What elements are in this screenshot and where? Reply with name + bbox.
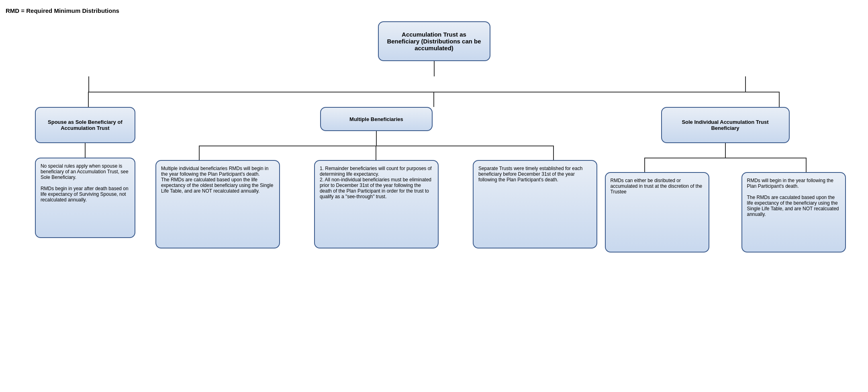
sole-leaf-0: RMDs can either be disributed or accumul… bbox=[605, 172, 709, 252]
multiple-hline-container bbox=[155, 146, 597, 160]
sole-branch: Sole Individual Accumulation Trust Benef… bbox=[605, 107, 846, 252]
spouse-leaves: No special rules apply when spouse is be… bbox=[22, 158, 148, 238]
level1-hconnect-row bbox=[22, 76, 846, 92]
top-hline-row bbox=[22, 92, 846, 107]
sole-top-vline bbox=[745, 76, 746, 92]
sole-hline bbox=[645, 158, 806, 158]
drop-sole bbox=[779, 92, 780, 107]
multiple-branch: Multiple Beneficiaries Multiple individu… bbox=[148, 107, 605, 248]
level1-row: Spouse as Sole Beneficiary of Accumulati… bbox=[22, 107, 846, 252]
spouse-top-vline bbox=[88, 76, 89, 92]
multiple-leaf-0: Multiple individual beneficiaries RMDs w… bbox=[155, 160, 280, 248]
sole-branch-top bbox=[645, 76, 846, 92]
sole-drop-1 bbox=[806, 158, 807, 172]
multi-drop-0 bbox=[199, 146, 200, 160]
multiple-leaves-row: Multiple individual beneficiaries RMDs w… bbox=[155, 160, 597, 248]
tree-container: Accumulation Trust as Beneficiary (Distr… bbox=[4, 21, 864, 252]
page-title: RMD = Required Minimum Distributions bbox=[6, 7, 864, 14]
spouse-leaf-0: No special rules apply when spouse is be… bbox=[35, 158, 135, 238]
root-col: Accumulation Trust as Beneficiary (Distr… bbox=[378, 21, 490, 76]
multiple-leaf-2: Separate Trusts were timely established … bbox=[473, 160, 597, 248]
multiple-hline bbox=[200, 146, 553, 146]
multiple-leaf-1: 1. Remainder beneficiaries will count fo… bbox=[314, 160, 439, 248]
sole-node: Sole Individual Accumulation Trust Benef… bbox=[661, 107, 790, 143]
sole-vline bbox=[725, 143, 726, 158]
multi-drop-1 bbox=[376, 146, 376, 160]
spouse-branch-top bbox=[22, 76, 155, 92]
multiple-node: Multiple Beneficiaries bbox=[320, 107, 433, 131]
sole-leaves-row: RMDs can either be disributed or accumul… bbox=[605, 172, 846, 252]
drop-multiple bbox=[433, 92, 434, 107]
spouse-branch: Spouse as Sole Beneficiary of Accumulati… bbox=[22, 107, 148, 238]
top-hline bbox=[89, 92, 780, 92]
drop-spouse bbox=[88, 92, 89, 107]
multi-drop-2 bbox=[553, 146, 554, 160]
spouse-vline bbox=[85, 143, 86, 158]
spouse-node: Spouse as Sole Beneficiary of Accumulati… bbox=[35, 107, 135, 143]
sole-hline-container bbox=[605, 158, 846, 172]
sole-drop-0 bbox=[644, 158, 645, 172]
root-vline bbox=[434, 61, 435, 76]
sole-leaf-1: RMDs will begin in the year following th… bbox=[741, 172, 846, 252]
multiple-vline bbox=[376, 131, 377, 146]
root-node: Accumulation Trust as Beneficiary (Distr… bbox=[378, 21, 490, 61]
